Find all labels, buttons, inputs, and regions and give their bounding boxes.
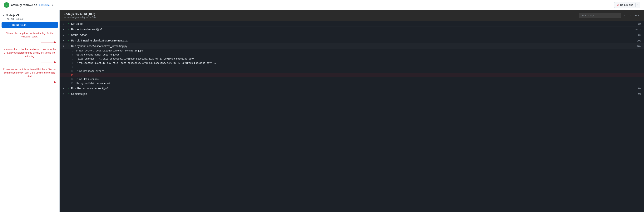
log-line-12: 12 ✓ no data errors <box>60 77 644 81</box>
line-content-11 <box>76 74 78 77</box>
line-content-9 <box>76 65 78 69</box>
step-row-checkout[interactable]: ▶ ✓ Run actions/checkout@v2 2m 1s <box>60 27 644 32</box>
annotation-linenumber-text: You can click on the line number and the… <box>2 46 58 59</box>
annotation-arrow-2 <box>0 60 60 64</box>
step-check-python: ✓ <box>67 33 70 36</box>
log-line-8: 8 * validating quantile_csv_file 'data-p… <box>60 61 644 65</box>
step-duration-checkout: 2m 1s <box>634 28 641 31</box>
step-toggle-complete: ▶ <box>63 93 66 95</box>
line-content-10: ✓ no metadata errors <box>76 69 104 73</box>
sidebar-job-build[interactable]: ✓ build (10.2) <box>2 22 58 28</box>
workflow-trigger: on: pull_request <box>0 18 60 20</box>
svg-marker-3 <box>54 61 56 63</box>
job-label: build (10.2) <box>12 23 26 26</box>
log-content: ▶ ✓ Set up job 3s ▶ ✓ Run actions/checko… <box>60 21 644 212</box>
right-panel: Node.js CI / build (10.2) succeeded yest… <box>60 10 644 212</box>
commit-dropdown-icon[interactable]: ▾ <box>52 4 53 6</box>
step-name-complete: Complete job <box>71 92 638 95</box>
step-row-python[interactable]: ▶ ✓ Setup Python 0s <box>60 32 644 38</box>
next-result-button[interactable]: › <box>628 13 632 18</box>
line-number-9[interactable]: 9 <box>67 65 74 69</box>
rerun-icon: ↺ <box>617 3 619 6</box>
log-header: Node.js CI / build (10.2) succeeded yest… <box>60 10 644 21</box>
line-content-8: * validating quantile_csv_file 'data-pro… <box>76 61 216 65</box>
line-number-8[interactable]: 8 <box>67 61 74 65</box>
line-number-13[interactable]: 13 <box>67 82 74 85</box>
line-content-12: ✓ no data errors <box>76 78 98 81</box>
log-title: Node.js CI / build (10.2) <box>64 12 96 15</box>
log-header-controls: ‹ › ••• <box>579 13 640 18</box>
line-number-10[interactable]: 10 <box>67 69 74 73</box>
step-duration-setup: 3s <box>638 22 641 25</box>
step-toggle-post: ▶ <box>63 87 66 89</box>
main-layout: ▾ Node.js CI on: pull_request ✓ build (1… <box>0 10 644 212</box>
log-header-info: Node.js CI / build (10.2) succeeded yest… <box>64 12 96 19</box>
log-line-6: 6 Github event name: pull_request <box>60 53 644 57</box>
step-row-post[interactable]: ▶ ✓ Post Run actions/checkout@v2 0s <box>60 86 644 91</box>
svg-marker-5 <box>54 81 56 83</box>
step-name-setup: Set up job <box>71 22 638 25</box>
workflow-toggle-icon: ▾ <box>3 14 4 17</box>
line-number-1[interactable]: 1 <box>67 49 74 53</box>
rerun-jobs-button[interactable]: ↺ Re-run jobs ▾ <box>614 2 640 8</box>
step-row-pip[interactable]: ▶ ✓ Run pip3 install -r visualization/re… <box>60 38 644 43</box>
line-number-11[interactable]: 11 <box>67 74 74 77</box>
line-number-6[interactable]: 6 <box>67 53 74 57</box>
step-name-checkout: Run actions/checkout@v2 <box>71 28 634 31</box>
arrow-svg-2 <box>41 60 56 64</box>
step-toggle-setup: ▶ <box>63 23 66 25</box>
log-line-10: 10 ✓ no metadata errors <box>60 69 644 73</box>
status-icon: ✓ <box>4 2 9 8</box>
line-number-12[interactable]: 12 <box>67 78 74 81</box>
log-line-1: 1 ▶ Run python3 code/validation/test_for… <box>60 49 644 53</box>
annotation-errors-text: If there are errors, this section will l… <box>2 66 58 79</box>
step-name-pip: Run pip3 install -r visualization/requir… <box>71 39 637 42</box>
log-line-9: 9 <box>60 65 644 69</box>
rerun-caret-icon: ▾ <box>637 4 638 6</box>
step-toggle-pip: ▶ <box>63 39 66 42</box>
step-row-setup[interactable]: ▶ ✓ Set up job 3s <box>60 21 644 27</box>
log-lines-container: 1 ▶ Run python3 code/validation/test_for… <box>60 49 644 86</box>
svg-marker-1 <box>54 41 56 43</box>
log-line-11: 11 <box>60 73 644 77</box>
rerun-label: Re-run jobs <box>620 3 633 6</box>
line-content-13: Using validation code v4. <box>76 82 111 85</box>
log-line-7: 7 files changed: ['./data-processed/COVI… <box>60 57 644 61</box>
step-check-post: ✓ <box>67 87 70 90</box>
step-check-pip: ✓ <box>67 39 70 42</box>
step-duration-post: 0s <box>638 87 641 90</box>
step-check-complete: ✓ <box>67 92 70 95</box>
workflow-name: Node.js CI <box>6 14 19 17</box>
annotation-linenumber-container: You can click on the line number and the… <box>0 46 60 64</box>
step-row-complete[interactable]: ▶ ✓ Complete job 0s <box>60 91 644 97</box>
commit-title: actually remove dc <box>11 3 37 6</box>
arrow-svg-1 <box>41 40 56 44</box>
step-check-validation: ✓ <box>67 44 70 48</box>
more-options-button[interactable]: ••• <box>634 13 640 18</box>
button-divider <box>635 3 636 7</box>
commit-id[interactable]: 6199834 <box>39 3 50 6</box>
job-check-icon: ✓ <box>8 23 11 26</box>
step-duration-pip: 29s <box>637 39 641 42</box>
line-content-1: ▶ Run python3 code/validation/test_forma… <box>76 49 143 53</box>
line-number-7[interactable]: 7 <box>67 57 74 61</box>
annotation-arrow-3 <box>0 80 60 84</box>
step-toggle-validation: ▼ <box>63 45 66 47</box>
step-name-validation: Run python3 code/validation/test_formatt… <box>71 44 637 48</box>
step-check-checkout: ✓ <box>67 28 70 31</box>
step-toggle-python: ▶ <box>63 34 66 36</box>
log-line-13: 13 Using validation code v4. <box>60 82 644 86</box>
top-header: ✓ actually remove dc 6199834 ▾ ↺ Re-run … <box>0 0 644 10</box>
line-content-6: Github event name: pull_request <box>76 53 120 57</box>
annotation-arrow-1 <box>0 40 60 44</box>
log-subtitle: succeeded yesterday in 2m 53s <box>64 16 96 19</box>
step-name-python: Setup Python <box>71 33 638 36</box>
annotation-errors-container: If there are errors, this section will l… <box>0 66 60 84</box>
header-left: ✓ actually remove dc 6199834 ▾ <box>4 2 53 8</box>
annotation-dropdown-text: Click on this dropdown to show the logs … <box>2 30 58 40</box>
prev-result-button[interactable]: ‹ <box>623 13 626 18</box>
step-row-validation[interactable]: ▼ ✓ Run python3 code/validation/test_for… <box>60 43 644 49</box>
step-name-post: Post Run actions/checkout@v2 <box>71 87 638 90</box>
search-logs-input[interactable] <box>579 13 621 18</box>
sidebar: ▾ Node.js CI on: pull_request ✓ build (1… <box>0 10 60 212</box>
